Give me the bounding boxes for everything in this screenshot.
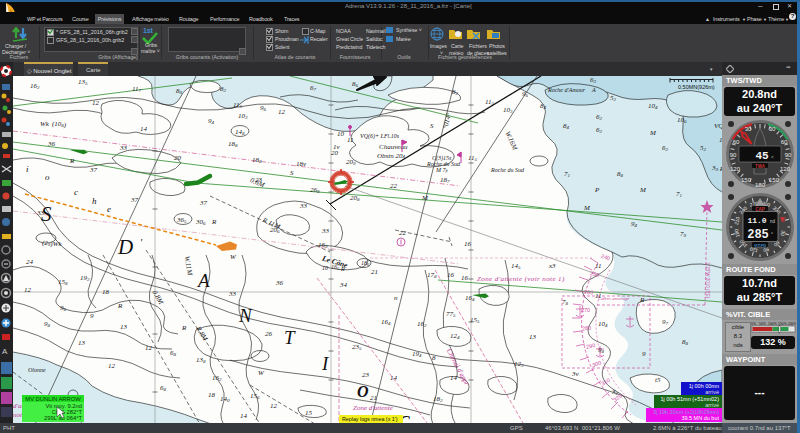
svg-text:11: 11 — [595, 292, 601, 300]
svg-text:23: 23 — [255, 176, 263, 184]
svg-text:Wk: Wk — [40, 120, 50, 128]
svg-text:186: 186 — [361, 260, 370, 267]
svg-text:N: N — [238, 305, 253, 326]
svg-text:14: 14 — [240, 412, 248, 420]
svg-text:e: e — [107, 204, 111, 214]
svg-text:37: 37 — [89, 166, 98, 174]
svg-text:165: 165 — [331, 264, 340, 271]
svg-text:t5: t5 — [655, 376, 661, 384]
svg-text:285: 285 — [747, 228, 769, 242]
svg-text:90: 90 — [785, 152, 792, 158]
svg-text:50%: 50% — [759, 322, 766, 326]
svg-text:12: 12 — [24, 286, 32, 294]
svg-text:200%: 200% — [788, 322, 796, 326]
svg-text:S: S — [430, 122, 434, 130]
svg-text:260: 260 — [584, 289, 594, 296]
svg-text:21: 21 — [370, 394, 377, 402]
svg-text:R: R — [117, 302, 123, 310]
svg-text:(29)Wk: (29)Wk — [42, 239, 63, 248]
svg-text:24: 24 — [26, 258, 34, 266]
svg-text:R: R — [211, 218, 217, 226]
svg-text:9: 9 — [642, 350, 646, 358]
svg-text:M: M — [639, 186, 647, 194]
svg-text:13: 13 — [120, 323, 128, 331]
svg-text:arrivé: arrivé — [705, 389, 719, 395]
svg-text:18: 18 — [208, 391, 216, 399]
svg-text:Replay logs nmea (x 1'): Replay logs nmea (x 1') — [342, 416, 398, 422]
svg-text:18: 18 — [102, 288, 110, 296]
svg-text:36: 36 — [47, 140, 56, 148]
svg-text:11: 11 — [595, 262, 601, 270]
svg-text:A: A — [196, 270, 210, 291]
svg-text:h: h — [92, 196, 97, 206]
svg-text:14: 14 — [140, 125, 148, 133]
svg-text:arrivé: arrivé — [705, 402, 719, 408]
svg-text:VIT.FD: VIT.FD — [754, 243, 766, 248]
svg-text:P: P — [594, 186, 600, 194]
svg-text:11.0: 11.0 — [747, 216, 766, 225]
svg-text:16: 16 — [461, 274, 469, 282]
svg-text:37: 37 — [199, 199, 208, 207]
svg-text:150: 150 — [741, 177, 752, 183]
svg-text:30: 30 — [769, 126, 776, 132]
svg-text:34: 34 — [339, 281, 348, 289]
svg-text:150: 150 — [769, 177, 780, 183]
svg-text:0.50MN(926m): 0.50MN(926m) — [678, 84, 715, 90]
svg-text:18v: 18v — [296, 160, 307, 168]
svg-text:30: 30 — [745, 126, 752, 132]
svg-text:26: 26 — [265, 330, 273, 338]
svg-text:9: 9 — [90, 312, 94, 320]
svg-text:60: 60 — [733, 139, 740, 145]
svg-text:nd: nd — [770, 219, 776, 224]
svg-text:23: 23 — [362, 371, 370, 379]
svg-text:12: 12 — [108, 362, 116, 370]
svg-text:VQ(6)+ LFl.10s: VQ(6)+ LFl.10s — [360, 133, 400, 140]
svg-text:14: 14 — [390, 374, 398, 382]
svg-text:c: c — [74, 187, 78, 197]
svg-text:Olonne: Olonne — [28, 367, 46, 373]
svg-text:8: 8 — [432, 354, 436, 362]
svg-text:39.5 MN du but: 39.5 MN du but — [681, 415, 719, 421]
svg-text:(108): (108) — [52, 120, 67, 129]
svg-text:3v: 3v — [571, 370, 580, 378]
svg-text:A: A — [2, 347, 8, 356]
svg-text:13: 13 — [78, 339, 86, 347]
svg-text:1°23'W 2010 (8'E): 1°23'W 2010 (8'E) — [705, 262, 710, 299]
svg-text:x3: x3 — [548, 262, 556, 270]
svg-text:11: 11 — [347, 136, 353, 144]
svg-text:45: 45 — [755, 150, 769, 162]
svg-text:20: 20 — [174, 154, 182, 162]
svg-text:22: 22 — [399, 229, 407, 237]
svg-text:Roche d'Amour: Roche d'Amour — [547, 87, 586, 93]
svg-text:33: 33 — [321, 227, 330, 235]
svg-text:180: 180 — [755, 182, 766, 188]
svg-text:M 7ft: M 7ft — [435, 167, 449, 173]
svg-text:M: M — [583, 204, 591, 212]
svg-text:16: 16 — [464, 240, 472, 248]
svg-text:37: 37 — [130, 196, 139, 204]
svg-text:O: O — [357, 383, 369, 400]
svg-text:T: T — [284, 327, 296, 348]
svg-text:Obstn 204: Obstn 204 — [377, 152, 405, 160]
svg-text:33: 33 — [228, 290, 237, 298]
svg-text:12: 12 — [92, 99, 100, 107]
svg-text:22: 22 — [390, 182, 398, 190]
svg-text:33: 33 — [119, 144, 128, 152]
svg-text:VQ: VQ — [714, 122, 722, 130]
svg-text:Zone d'attente: Zone d'attente — [353, 404, 393, 412]
svg-text:33: 33 — [299, 202, 308, 210]
svg-text:MV DUNLIN ARROW: MV DUNLIN ARROW — [25, 396, 81, 402]
svg-text:60: 60 — [781, 139, 788, 145]
svg-text:Zone d'attente (voir note 1): Zone d'attente (voir note 1) — [477, 275, 565, 283]
svg-text:36: 36 — [275, 279, 284, 287]
svg-text:R: R — [639, 296, 645, 304]
svg-text:120: 120 — [780, 166, 791, 172]
svg-text:12: 12 — [145, 344, 153, 352]
svg-text:120: 120 — [730, 166, 741, 172]
svg-text:13: 13 — [529, 333, 537, 341]
svg-text:15: 15 — [305, 409, 313, 417]
svg-text:270: 270 — [581, 307, 590, 313]
svg-text:280: 280 — [582, 324, 592, 331]
svg-text:20: 20 — [331, 149, 339, 157]
svg-text:33: 33 — [36, 209, 45, 217]
